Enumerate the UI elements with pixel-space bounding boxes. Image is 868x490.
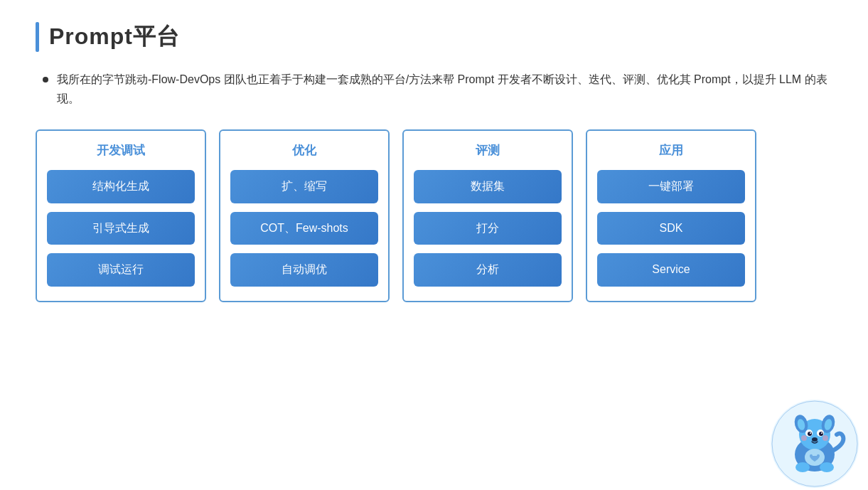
card-btn-optimize-2[interactable]: 自动调优 bbox=[230, 253, 378, 286]
cards-container: 开发调试结构化生成引导式生成调试运行优化扩、缩写COT、Few-shots自动调… bbox=[36, 129, 832, 302]
bullet-section: 我所在的字节跳动-Flow-DevOps 团队也正着手于构建一套成熟的平台/方法… bbox=[36, 70, 832, 108]
card-buttons-apply: 一键部署SDKService bbox=[597, 170, 745, 286]
svg-point-10 bbox=[808, 432, 812, 436]
svg-point-12 bbox=[810, 432, 811, 434]
card-btn-evaluate-2[interactable]: 分析 bbox=[414, 253, 562, 286]
svg-point-13 bbox=[821, 432, 823, 434]
svg-point-18 bbox=[820, 462, 834, 472]
card-btn-dev-1[interactable]: 引导式生成 bbox=[47, 212, 195, 245]
card-header-evaluate: 评测 bbox=[414, 142, 562, 159]
bullet-text: 我所在的字节跳动-Flow-DevOps 团队也正着手于构建一套成熟的平台/方法… bbox=[57, 70, 832, 108]
card-buttons-optimize: 扩、缩写COT、Few-shots自动调优 bbox=[230, 170, 378, 286]
page-title: Prompt平台 bbox=[49, 21, 180, 53]
card-optimize: 优化扩、缩写COT、Few-shots自动调优 bbox=[219, 129, 390, 302]
card-header-apply: 应用 bbox=[597, 142, 745, 159]
card-btn-dev-0[interactable]: 结构化生成 bbox=[47, 170, 195, 203]
svg-point-16 bbox=[823, 435, 828, 441]
card-btn-apply-1[interactable]: SDK bbox=[597, 212, 745, 245]
card-btn-optimize-1[interactable]: COT、Few-shots bbox=[230, 212, 378, 245]
card-buttons-evaluate: 数据集打分分析 bbox=[414, 170, 562, 286]
svg-point-11 bbox=[819, 432, 823, 436]
card-btn-evaluate-1[interactable]: 打分 bbox=[414, 212, 562, 245]
card-evaluate: 评测数据集打分分析 bbox=[402, 129, 573, 302]
card-btn-optimize-0[interactable]: 扩、缩写 bbox=[230, 170, 378, 203]
card-header-dev: 开发调试 bbox=[47, 142, 195, 159]
card-apply: 应用一键部署SDKService bbox=[586, 129, 756, 302]
bullet-item: 我所在的字节跳动-Flow-DevOps 团队也正着手于构建一套成熟的平台/方法… bbox=[43, 70, 832, 108]
svg-point-17 bbox=[795, 462, 810, 472]
card-buttons-dev: 结构化生成引导式生成调试运行 bbox=[47, 170, 195, 286]
card-btn-dev-2[interactable]: 调试运行 bbox=[47, 253, 195, 286]
bullet-dot-icon bbox=[43, 77, 48, 82]
svg-point-15 bbox=[801, 435, 807, 441]
svg-point-14 bbox=[812, 437, 818, 442]
card-header-optimize: 优化 bbox=[230, 142, 378, 159]
page-container: Prompt平台 我所在的字节跳动-Flow-DevOps 团队也正着手于构建一… bbox=[0, 0, 868, 490]
title-bar-accent bbox=[36, 22, 39, 52]
card-btn-evaluate-0[interactable]: 数据集 bbox=[414, 170, 562, 203]
card-dev: 开发调试结构化生成引导式生成调试运行 bbox=[36, 129, 206, 302]
title-section: Prompt平台 bbox=[36, 21, 832, 53]
card-btn-apply-2[interactable]: Service bbox=[597, 253, 745, 286]
mascot bbox=[768, 398, 854, 483]
card-btn-apply-0[interactable]: 一键部署 bbox=[597, 170, 745, 203]
